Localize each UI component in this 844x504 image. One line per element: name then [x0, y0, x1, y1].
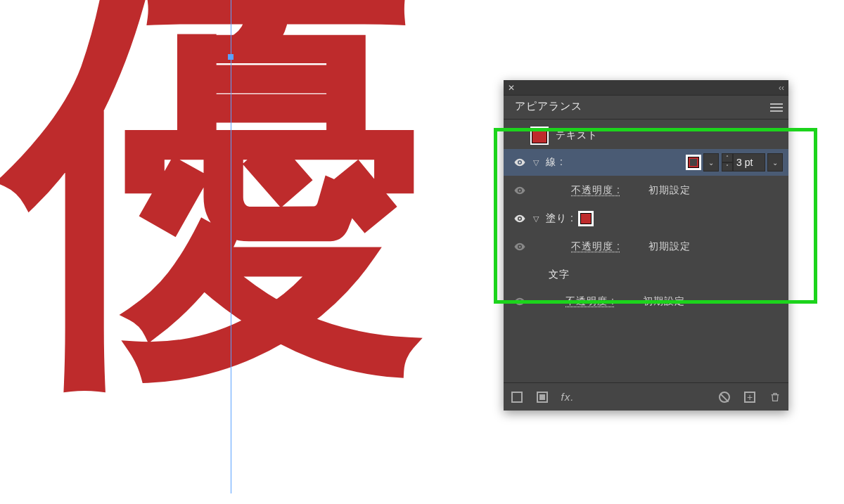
appearance-item-fill[interactable]: ▽ 塗り : [504, 205, 788, 232]
eye-icon [513, 184, 526, 197]
panel-tab-bar: アピアランス [504, 96, 788, 119]
close-icon[interactable]: ✕ [508, 83, 515, 93]
sample-text-glyph[interactable]: 優 [7, 0, 429, 394]
appearance-panel: ✕ ‹‹ アピアランス テキスト ▽ 線 : ⌄ ˄ [504, 80, 788, 411]
object-opacity-row[interactable]: 不透明度 : 初期設定 [504, 288, 788, 315]
stroke-color-dropdown[interactable]: ⌄ [703, 153, 719, 172]
stroke-opacity-value: 初期設定 [648, 184, 691, 197]
fill-label: 塗り : [546, 212, 574, 225]
delete-item-icon[interactable] [769, 391, 781, 403]
visibility-toggle-stroke[interactable] [509, 156, 530, 169]
stroke-weight-dropdown[interactable]: ⌄ [767, 153, 783, 172]
fill-opacity-label[interactable]: 不透明度 : [571, 240, 620, 253]
eye-icon [513, 240, 526, 253]
panel-topbar: ✕ ‹‹ [504, 80, 788, 96]
eye-icon [513, 295, 526, 308]
stroke-label: 線 : [546, 156, 563, 169]
panel-body: テキスト ▽ 線 : ⌄ ˄ ˅ 3 pt ⌄ [504, 119, 788, 382]
svg-point-1 [519, 190, 521, 192]
visibility-toggle-fill-opacity[interactable] [509, 240, 530, 253]
object-opacity-label[interactable]: 不透明度 : [565, 295, 615, 308]
canvas-area[interactable]: 優 [0, 0, 492, 504]
svg-point-0 [519, 162, 521, 164]
fill-opacity-value: 初期設定 [648, 240, 691, 253]
svg-point-3 [519, 246, 521, 248]
appearance-item-characters[interactable]: 文字 [504, 261, 788, 288]
panel-menu-icon[interactable] [767, 103, 783, 112]
text-fill-swatch[interactable] [530, 127, 549, 145]
chevron-down-icon[interactable]: ▽ [530, 158, 542, 167]
stroke-weight-field[interactable]: 3 pt [733, 153, 765, 172]
eye-icon [513, 212, 526, 225]
guide-anchor-handle[interactable] [228, 54, 234, 60]
duplicate-item-icon[interactable]: + [743, 391, 756, 403]
stepper-up-icon[interactable]: ˄ [722, 153, 733, 162]
collapse-panel-icon[interactable]: ‹‹ [779, 83, 784, 93]
appearance-item-stroke[interactable]: ▽ 線 : ⌄ ˄ ˅ 3 pt ⌄ [504, 149, 788, 176]
vertical-guide[interactable] [231, 0, 231, 493]
text-label: テキスト [556, 129, 598, 142]
stroke-opacity-row[interactable]: 不透明度 : 初期設定 [504, 176, 788, 205]
stroke-weight-stepper[interactable]: ˄ ˅ [722, 153, 733, 172]
clear-appearance-icon[interactable] [718, 391, 731, 403]
add-effect-button[interactable]: fx. [561, 391, 574, 403]
visibility-toggle-fill[interactable] [509, 212, 530, 225]
stroke-color-swatch[interactable] [686, 155, 701, 170]
visibility-toggle-stroke-opacity[interactable] [509, 184, 530, 197]
svg-point-2 [519, 218, 521, 220]
new-fill-icon[interactable] [536, 391, 549, 403]
chevron-down-icon[interactable]: ▽ [530, 214, 542, 224]
visibility-toggle-object-opacity[interactable] [509, 295, 530, 308]
panel-footer: fx. + [504, 382, 788, 411]
new-stroke-icon[interactable] [511, 391, 523, 403]
fill-color-swatch[interactable] [578, 211, 594, 226]
eye-icon [513, 156, 526, 169]
svg-point-4 [519, 301, 521, 303]
object-opacity-value: 初期設定 [643, 295, 685, 308]
characters-label: 文字 [549, 269, 570, 281]
panel-spacer [504, 315, 788, 382]
stepper-down-icon[interactable]: ˅ [722, 162, 733, 172]
stroke-opacity-label[interactable]: 不透明度 : [571, 184, 620, 197]
appearance-item-text[interactable]: テキスト [504, 122, 788, 149]
tab-appearance[interactable]: アピアランス [509, 96, 588, 119]
fill-opacity-row[interactable]: 不透明度 : 初期設定 [504, 232, 788, 261]
